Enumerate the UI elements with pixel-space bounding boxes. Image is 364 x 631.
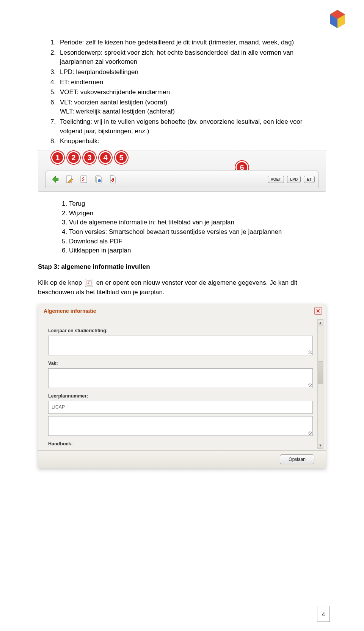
vak-input[interactable] bbox=[48, 368, 313, 388]
info-checklist-icon-inline bbox=[85, 279, 93, 287]
list-item: Uitklappen in jaarplan bbox=[69, 246, 326, 256]
leerplannummer-input[interactable]: LICAP bbox=[48, 401, 313, 414]
list-item: VLT: voorzien aantal lestijden (vooraf) … bbox=[58, 98, 326, 117]
app-logo bbox=[326, 8, 349, 30]
callout-badge-5: 5 bbox=[115, 151, 128, 164]
step-heading: Stap 3: algemene informatie invullen bbox=[38, 263, 326, 271]
leerplannummer-label: Leerplannummer: bbox=[48, 393, 313, 399]
list-item: Lesonderwerp: spreekt voor zich; het ech… bbox=[58, 48, 326, 67]
svg-point-8 bbox=[98, 179, 101, 182]
list-item: ET: eindtermen bbox=[58, 78, 326, 87]
vak-label: Vak: bbox=[48, 361, 313, 366]
main-columns-list: Periode: zelf te kiezen hoe gedetailleer… bbox=[49, 38, 326, 146]
callout-badge-2: 2 bbox=[67, 151, 80, 164]
pdf-icon[interactable] bbox=[107, 174, 118, 185]
leerplannummer-extra-input[interactable] bbox=[48, 416, 313, 436]
list-item: VOET: vakoverschrijdende eindtermen bbox=[58, 88, 326, 97]
save-button[interactable]: Opslaan bbox=[280, 454, 314, 464]
list-item: Toelichting: vrij in te vullen volgens b… bbox=[58, 117, 326, 136]
list-item: Vul de algemene informatie in: het titel… bbox=[69, 218, 326, 227]
edit-icon[interactable] bbox=[64, 174, 75, 185]
general-info-dialog: Algemene informatie ✕ ▲ ▼ Leerjaar en st… bbox=[38, 304, 326, 468]
back-icon[interactable] bbox=[49, 174, 61, 185]
list-item: Toon versies: Smartschool bewaart tussen… bbox=[69, 227, 326, 237]
callout-badge-1: 1 bbox=[51, 151, 64, 164]
toolbar-legend-list: Terug Wijzigen Vul de algemene informati… bbox=[61, 199, 326, 256]
et-pill[interactable]: ET bbox=[304, 176, 315, 183]
list-item: Wijzigen bbox=[69, 209, 326, 218]
lpd-pill[interactable]: LPD bbox=[287, 176, 301, 183]
toolbar-bar: VOET LPD ET bbox=[45, 170, 319, 188]
page-number: 4 bbox=[317, 606, 330, 622]
callout-badge-4: 4 bbox=[99, 151, 112, 164]
list-item: LPD: leerplandoelstellingen bbox=[58, 68, 326, 77]
list-item: Download als PDF bbox=[69, 237, 326, 246]
callout-badge-3: 3 bbox=[83, 151, 96, 164]
dialog-footer: Opslaan bbox=[38, 450, 326, 468]
versions-icon[interactable] bbox=[93, 174, 104, 185]
leerjaar-input[interactable] bbox=[48, 336, 313, 355]
leerjaar-label: Leerjaar en studierichting: bbox=[48, 328, 313, 333]
close-icon[interactable]: ✕ bbox=[314, 307, 322, 315]
voet-pill[interactable]: VOET bbox=[268, 176, 284, 183]
list-item: Knoppenbalk: bbox=[58, 137, 326, 146]
list-item: Periode: zelf te kiezen hoe gedetailleer… bbox=[58, 38, 326, 47]
handboek-label: Handboek: bbox=[48, 441, 313, 446]
dialog-title-bar: Algemene informatie ✕ bbox=[38, 304, 326, 318]
dialog-title: Algemene informatie bbox=[44, 308, 96, 314]
instruction-paragraph: Klik op de knop en er opent een nieuw ve… bbox=[38, 278, 326, 297]
list-item: Terug bbox=[69, 199, 326, 209]
info-checklist-icon[interactable] bbox=[78, 174, 89, 185]
toolbar-screenshot: 1 2 3 4 5 6 VOET LPD ET bbox=[38, 150, 326, 192]
